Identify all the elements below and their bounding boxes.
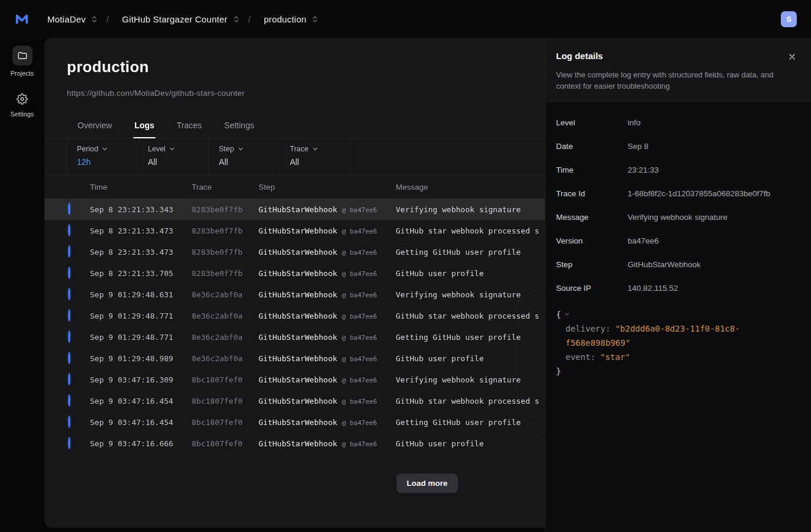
detail-field-value: ba47ee6: [628, 236, 659, 245]
cell-time: Sep 9 03:47:16.454: [90, 397, 192, 406]
breadcrumb-label: GitHub Stargazer Counter: [122, 14, 227, 24]
dot-cell: [67, 353, 90, 364]
json-close-brace: }: [556, 364, 798, 378]
cell-time: Sep 9 01:29:48.771: [90, 333, 192, 342]
step-version: @ ba47ee6: [342, 291, 377, 299]
detail-field-value: Sep 8: [628, 142, 648, 151]
breadcrumb-label: production: [264, 14, 306, 24]
breadcrumb-item[interactable]: production: [240, 14, 319, 24]
filter-dropdown[interactable]: Step All: [209, 138, 280, 174]
filter-value: All: [148, 157, 209, 167]
cell-time: Sep 9 01:29:48.989: [90, 354, 192, 363]
cell-step: GitHubStarWebhook @ ba47ee6: [259, 290, 396, 299]
log-level-dot-icon: [68, 267, 70, 279]
chevron-down-icon[interactable]: [564, 311, 570, 317]
sidebar-item-projects[interactable]: Projects: [11, 46, 34, 77]
log-level-dot-icon: [68, 203, 70, 215]
load-more-button[interactable]: Load more: [396, 473, 457, 493]
log-level-dot-icon: [68, 416, 70, 428]
step-name: GitHubStarWebhook: [259, 439, 337, 448]
chevron-up-down-icon[interactable]: [91, 15, 98, 23]
cell-trace: 8283be0f7fb: [192, 226, 259, 235]
detail-field-label: Source IP: [556, 284, 628, 293]
detail-field-label: Step: [556, 260, 628, 269]
filter-value: All: [219, 157, 280, 167]
detail-field-row: Version ba47ee6: [556, 229, 798, 253]
json-entry: event"star": [556, 350, 749, 364]
detail-field-row: Date Sep 8: [556, 135, 798, 158]
filter-dropdown[interactable]: Level All: [138, 138, 209, 174]
chevron-up-down-icon[interactable]: [232, 15, 240, 23]
dot-cell: [67, 438, 90, 449]
filter-label: Step: [219, 145, 234, 153]
step-version: @ ba47ee6: [342, 313, 377, 320]
tab[interactable]: Traces: [176, 115, 203, 138]
cell-time: Sep 8 23:21:33.473: [90, 226, 192, 235]
cell-step: GitHubStarWebhook @ ba47ee6: [259, 312, 396, 320]
dot-cell: [67, 268, 90, 278]
chevron-down-icon: [237, 145, 244, 153]
breadcrumb-label: MotiaDev: [47, 14, 86, 24]
sidebar-item-label: Settings: [11, 111, 34, 118]
column-header-time: Time: [90, 183, 192, 192]
json-key: delivery: [566, 324, 615, 333]
tab[interactable]: Overview: [76, 115, 113, 138]
user-avatar[interactable]: S: [781, 11, 797, 27]
dot-cell: [67, 246, 90, 257]
step-name: GitHubStarWebhook: [259, 226, 337, 235]
detail-field-value: info: [628, 118, 641, 127]
drawer-header: Log details View the complete log entry …: [545, 38, 811, 103]
step-name: GitHubStarWebhook: [259, 312, 337, 320]
sidebar-item-settings[interactable]: Settings: [11, 91, 34, 118]
step-version: @ ba47ee6: [342, 206, 377, 214]
filter-value: All: [290, 157, 350, 167]
cell-time: Sep 8 23:21:33.705: [90, 269, 192, 278]
detail-field-row: Step GitHubStarWebhook: [556, 253, 798, 277]
cell-time: Sep 9 03:47:16.309: [90, 375, 192, 384]
tab[interactable]: Logs: [133, 115, 155, 138]
breadcrumb-item[interactable]: GitHub Stargazer Counter: [98, 14, 240, 24]
cell-step: GitHubStarWebhook @ ba47ee6: [259, 205, 396, 214]
dot-cell: [67, 417, 90, 427]
drawer-subtitle: View the complete log entry with structu…: [556, 70, 788, 92]
chevron-up-down-icon[interactable]: [311, 15, 319, 23]
dot-cell: [67, 225, 90, 236]
cell-trace: 8e36c2abf0a: [192, 354, 259, 363]
cell-step: GitHubStarWebhook @ ba47ee6: [259, 226, 396, 235]
cell-step: GitHubStarWebhook @ ba47ee6: [259, 354, 396, 363]
detail-field-row: Level info: [556, 111, 798, 135]
column-header-trace: Trace: [192, 183, 259, 192]
detail-field-value: 140.82.115.52: [628, 284, 678, 293]
step-name: GitHubStarWebhook: [259, 290, 337, 299]
sidebar: Projects Settings: [0, 38, 44, 532]
cell-time: Sep 9 01:29:48.631: [90, 290, 192, 299]
step-name: GitHubStarWebhook: [259, 397, 337, 406]
step-name: GitHubStarWebhook: [259, 375, 337, 384]
filter-value: 12h: [77, 157, 138, 167]
detail-field-row: Source IP 140.82.115.52: [556, 277, 798, 300]
cell-trace: 8283be0f7fb: [192, 248, 259, 257]
cell-time: Sep 8 23:21:33.473: [90, 248, 192, 257]
cell-step: GitHubStarWebhook @ ba47ee6: [259, 418, 396, 427]
detail-fields: Level info Date Sep 8 Time 23:21:33 Trac…: [545, 103, 811, 300]
detail-field-label: Date: [556, 142, 628, 151]
step-version: @ ba47ee6: [342, 249, 377, 257]
cell-time: Sep 9 03:47:16.666: [90, 439, 192, 448]
dot-cell: [67, 289, 90, 300]
tab[interactable]: Settings: [223, 115, 256, 138]
log-level-dot-icon: [68, 245, 70, 258]
close-icon[interactable]: [786, 51, 798, 63]
chevron-down-icon: [101, 145, 108, 153]
cell-step: GitHubStarWebhook @ ba47ee6: [259, 248, 396, 257]
cell-time: Sep 9 03:47:16.454: [90, 418, 192, 427]
filter-dropdown[interactable]: Period 12h: [67, 138, 138, 174]
cell-trace: 8283be0f7fb: [192, 269, 259, 278]
detail-field-value: 1-68bf8f2c-1d12037855a068283be0f7fb: [628, 189, 770, 198]
log-level-dot-icon: [68, 224, 70, 236]
breadcrumb-item[interactable]: MotiaDev: [47, 14, 98, 24]
log-level-dot-icon: [68, 309, 70, 322]
motia-logo-icon[interactable]: [15, 12, 30, 25]
filter-dropdown[interactable]: Trace All: [280, 138, 351, 174]
json-viewer: { delivery"b2ddd6a0-8d23-11f0-81c8-f568e…: [545, 300, 811, 378]
breadcrumb: MotiaDev GitHub Stargazer Counter produc…: [47, 14, 319, 24]
